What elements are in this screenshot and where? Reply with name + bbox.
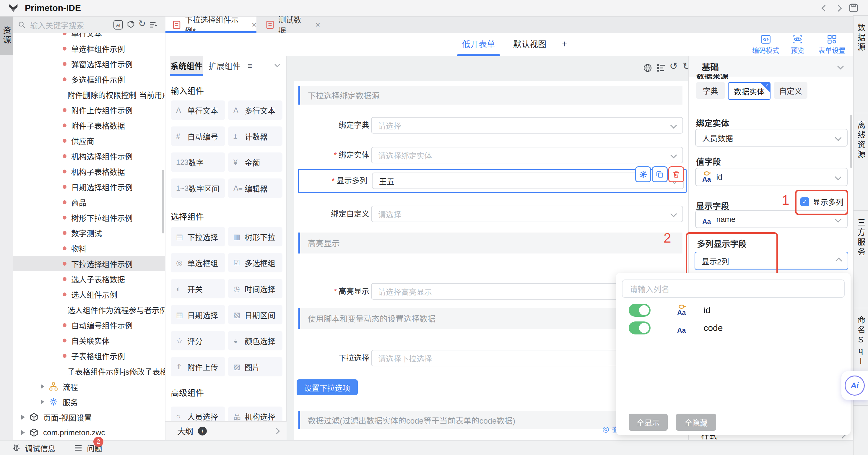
- tab-lowcode-form[interactable]: 低开表单: [457, 33, 500, 54]
- palette-item[interactable]: ⇧ 附件上传: [171, 357, 225, 376]
- search-input[interactable]: 输入关键字搜索 AI ↻ 文: [13, 17, 165, 33]
- tree-item[interactable]: 页面-视图设置: [13, 410, 165, 425]
- palette-item[interactable]: 123 数字: [171, 152, 225, 172]
- nav-back-icon[interactable]: [823, 6, 827, 12]
- tree-item[interactable]: 物料: [13, 241, 165, 256]
- tree-scrollbar[interactable]: [162, 170, 164, 234]
- tab-default-view[interactable]: 默认视图: [509, 33, 550, 54]
- inspector-scrollbar[interactable]: [850, 115, 852, 168]
- tree-item[interactable]: 机构选择组件示例: [13, 148, 165, 164]
- tree-item[interactable]: 子表格组件示例: [13, 348, 165, 363]
- tree-item[interactable]: 数字测试: [13, 225, 165, 241]
- preview-button[interactable]: 预览: [786, 35, 809, 55]
- tree-item[interactable]: 多选框组件示例: [13, 71, 165, 87]
- doc-tab-dropdown-example[interactable]: 下拉选择组件示例* ×: [165, 17, 256, 33]
- tree-item[interactable]: 自动编号组件示例: [13, 317, 165, 333]
- palette-item[interactable]: A 单行文本: [171, 100, 225, 120]
- right-rail-tab[interactable]: 数据源: [854, 16, 868, 113]
- tree-item[interactable]: 树形下拉组件示例: [13, 210, 165, 225]
- undo-icon[interactable]: ↺: [670, 61, 678, 71]
- tree-item[interactable]: 自关联实体: [13, 333, 165, 348]
- palette-item[interactable]: # 自动编号: [171, 126, 225, 146]
- palette-menu-icon[interactable]: ≡: [248, 61, 252, 71]
- show-all-button[interactable]: 全显示: [629, 414, 668, 431]
- form-settings-button[interactable]: 表单设置: [814, 35, 850, 55]
- tab-custom[interactable]: 自定义: [774, 82, 807, 99]
- toggle-on[interactable]: [629, 304, 651, 317]
- inspector-display-field-select[interactable]: Aa name: [695, 210, 848, 228]
- palette-item[interactable]: ▧ 日期区间: [228, 305, 282, 325]
- component-copy-button[interactable]: [652, 166, 668, 182]
- collapse-icon[interactable]: [837, 63, 844, 70]
- tree-item[interactable]: 单行文本: [13, 33, 165, 41]
- tree-item[interactable]: 单选框组件示例: [13, 41, 165, 56]
- palette-item[interactable]: ☑ 多选框组: [228, 253, 282, 272]
- checkbox-check-icon[interactable]: ✓: [800, 198, 809, 206]
- palette-item[interactable]: ◒ 颜色选择: [228, 331, 282, 351]
- palette-item[interactable]: ▦ 日期选择: [171, 305, 225, 325]
- tree-item[interactable]: 弹窗选择组件示例: [13, 56, 165, 71]
- palette-item[interactable]: 1~3 数字区间: [171, 178, 225, 198]
- tab-extension-components[interactable]: 扩展组件: [207, 56, 242, 75]
- tree-item[interactable]: 子表格组件示例-js修改子表格数据: [13, 363, 165, 379]
- outline-expand-icon[interactable]: [273, 427, 280, 434]
- hide-all-button[interactable]: 全隐藏: [676, 414, 716, 431]
- tab-dictionary[interactable]: 字典: [696, 82, 725, 99]
- palette-item[interactable]: ¥ 金额: [228, 152, 282, 172]
- bind-entity-select[interactable]: 请选择绑定实体: [371, 147, 683, 163]
- palette-item[interactable]: ◐ 开关: [171, 279, 225, 298]
- palette-item[interactable]: ◷ 时间选择: [228, 279, 282, 298]
- tree-item[interactable]: 附件上传组件示例: [13, 102, 165, 118]
- code-mode-button[interactable]: 编码模式: [748, 35, 783, 55]
- bind-dict-select[interactable]: 请选择: [371, 117, 683, 133]
- refresh-icon[interactable]: ↻: [138, 18, 146, 29]
- palette-item[interactable]: ☆ 评分: [171, 331, 225, 351]
- multi-display-select[interactable]: 显示2列: [694, 252, 848, 270]
- caret-right-icon[interactable]: [41, 399, 44, 404]
- add-view-button[interactable]: +: [557, 33, 572, 54]
- caret-right-icon[interactable]: [41, 384, 44, 389]
- toggle-on[interactable]: [629, 322, 651, 334]
- right-rail-tab[interactable]: 离线资源: [854, 113, 868, 211]
- inspector-bind-entity-select[interactable]: 人员数据: [695, 129, 848, 147]
- tree-item[interactable]: 下拉选择组件示例: [13, 256, 165, 271]
- column-search-input[interactable]: 请输入列名: [622, 279, 845, 298]
- set-dropdown-options-button[interactable]: 设置下拉选项: [297, 380, 358, 395]
- column-row[interactable]: Aa id: [616, 301, 850, 319]
- right-rail-tab[interactable]: 三方服务: [854, 211, 868, 308]
- left-rail-tab-resources[interactable]: 资源: [0, 17, 13, 55]
- tree-item[interactable]: 供应商: [13, 133, 165, 148]
- tree-item[interactable]: 附件子表格数据: [13, 118, 165, 133]
- tree-item[interactable]: 日期选择组件示例: [13, 179, 165, 194]
- save-icon[interactable]: [848, 3, 859, 13]
- palette-item[interactable]: ▥ 树形下拉: [228, 227, 282, 246]
- globalization-icon[interactable]: [643, 63, 652, 73]
- caret-right-icon[interactable]: [21, 415, 25, 420]
- tree-item[interactable]: 附件删除的权限控制-当前用户: [13, 87, 165, 102]
- caret-right-icon[interactable]: [21, 430, 25, 435]
- tab-data-entity[interactable]: 数据实体 ✓: [728, 82, 771, 100]
- tree-item[interactable]: com.primeton.zwc: [13, 425, 165, 440]
- tree-item[interactable]: 机构子表格数据: [13, 164, 165, 179]
- palette-collapse-icon[interactable]: [275, 62, 280, 67]
- palette-item[interactable]: ▨ 图片: [228, 357, 282, 376]
- sort-filter-icon[interactable]: [149, 20, 158, 29]
- palette-item[interactable]: ± 计数器: [228, 126, 282, 146]
- ai-assistant-button[interactable]: Ai: [841, 371, 868, 400]
- bind-custom-select[interactable]: 请选择: [371, 206, 683, 222]
- palette-item[interactable]: A 多行文本: [228, 100, 282, 120]
- tree-item[interactable]: 流程: [13, 379, 165, 394]
- palette-item[interactable]: A≡ 编辑器: [228, 178, 282, 198]
- close-icon[interactable]: ×: [252, 20, 256, 30]
- outline-footer[interactable]: 大纲 i: [165, 421, 286, 440]
- component-settings-button[interactable]: [635, 166, 651, 182]
- multi-col-checkbox[interactable]: ✓ 显示多列: [800, 196, 843, 207]
- tab-system-components[interactable]: 系统组件: [170, 56, 203, 75]
- palette-item[interactable]: ○ 人员选择: [171, 406, 225, 421]
- outline-tree-icon[interactable]: [656, 63, 666, 73]
- new-model-icon[interactable]: [126, 20, 135, 29]
- tree-item[interactable]: 选人组件示例: [13, 286, 165, 302]
- debug-info-button[interactable]: 调试信息: [12, 441, 56, 455]
- tree-item[interactable]: 商品: [13, 194, 165, 210]
- selected-component-wrapper[interactable]: *显示多列 王五: [298, 169, 687, 193]
